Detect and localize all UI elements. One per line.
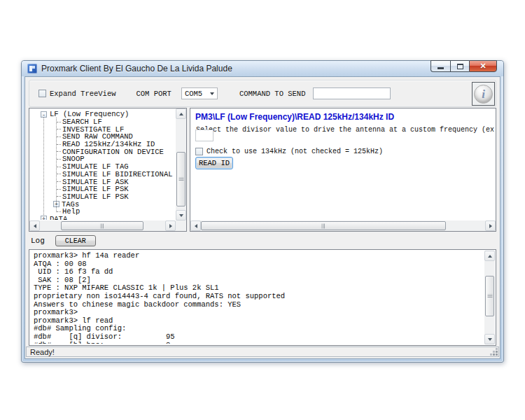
tree-connector	[57, 189, 61, 190]
tree-item-label: DATA	[50, 215, 67, 220]
expand-treeview-label: Expand TreeView	[50, 90, 116, 98]
tree-item[interactable]: CONFIGURATION ON DEVICE	[30, 148, 175, 155]
detail-breadcrumb: PM3\LF (Low Frequency)\READ 125kHz/134kH…	[195, 112, 496, 122]
toolbar: Expand TreeView COM PORT COM5 COMMAND TO…	[29, 80, 496, 107]
status-bar: Ready!	[26, 346, 499, 357]
tree-item[interactable]: +TAGs	[30, 200, 175, 208]
arrow-up-icon	[488, 255, 492, 258]
titlebar[interactable]: Proxmark Client By El Gaucho De La Livid…	[22, 61, 503, 76]
arrow-right-icon	[489, 224, 492, 228]
arrow-up-icon	[179, 113, 183, 115]
clear-button[interactable]: CLEAR	[55, 235, 96, 246]
tree-connector-line	[56, 118, 57, 212]
divisor-input[interactable]	[195, 130, 214, 141]
tree-connector	[57, 174, 61, 174]
expand-treeview-control[interactable]: Expand TreeView	[38, 90, 116, 98]
expand-treeview-checkbox[interactable]	[38, 90, 46, 97]
arrow-left-icon	[195, 224, 197, 228]
log-output: proxmark3> hf 14a reader ATQA : 00 08 UI…	[34, 252, 483, 344]
tree-item[interactable]: -LF (Low Frequency)	[30, 111, 175, 118]
window-controls: ✕	[430, 60, 497, 72]
close-icon: ✕	[479, 61, 486, 71]
status-text: Ready!	[30, 348, 55, 356]
log-bar: Log CLEAR	[31, 235, 96, 246]
expander-minus-icon[interactable]: -	[41, 111, 47, 118]
scroll-left-button[interactable]	[190, 220, 201, 231]
tree-items: -LF (Low Frequency)SEARCH LFINVESTIGATE …	[30, 109, 175, 220]
maximize-icon	[457, 64, 463, 69]
scrollbar-thumb[interactable]	[485, 276, 494, 316]
detail-panel: PM3\LF (Low Frequency)\READ 125kHz/134kH…	[190, 108, 496, 232]
tree-connector	[57, 136, 61, 137]
arrow-left-icon	[34, 224, 36, 228]
resize-grip-icon[interactable]	[496, 354, 498, 356]
maximize-button[interactable]	[450, 60, 469, 72]
use-134khz-control[interactable]: Check to use 134kHz (not checked = 125kH…	[195, 148, 383, 155]
tree-connector	[57, 122, 61, 122]
arrow-down-icon	[179, 214, 183, 217]
tree-connector	[57, 129, 61, 130]
log-panel: proxmark3> hf 14a reader ATQA : 00 08 UI…	[29, 249, 496, 346]
minimize-button[interactable]	[430, 60, 450, 72]
command-input[interactable]	[313, 88, 391, 99]
minimize-icon	[438, 67, 444, 69]
tree-connector	[57, 159, 61, 160]
com-port-select[interactable]: COM5	[181, 88, 218, 99]
scroll-down-button[interactable]	[484, 334, 495, 344]
detail-instruction: Select the divisor value to drive the an…	[196, 126, 496, 134]
com-port-value: COM5	[185, 90, 202, 98]
scrollbar-thumb[interactable]	[61, 221, 144, 230]
tree-connector	[57, 151, 61, 152]
scrollbar-thumb[interactable]	[201, 221, 446, 230]
tree-connector	[57, 211, 61, 212]
tree-connector	[57, 144, 61, 145]
tree-panel: -LF (Low Frequency)SEARCH LFINVESTIGATE …	[29, 108, 187, 232]
app-window: Proxmark Client By El Gaucho De La Livid…	[21, 60, 504, 363]
window-title: Proxmark Client By El Gaucho De La Livid…	[41, 64, 232, 74]
app-icon	[27, 64, 37, 74]
arrow-right-icon	[169, 224, 172, 228]
scroll-up-button[interactable]	[484, 251, 495, 261]
close-button[interactable]: ✕	[469, 60, 497, 72]
read-id-button[interactable]: READ ID	[195, 157, 233, 169]
client-area: Expand TreeView COM PORT COM5 COMMAND TO…	[24, 76, 500, 359]
command-to-send-label: COMMAND TO SEND	[239, 90, 306, 98]
com-port-label: COM PORT	[136, 90, 172, 98]
scroll-left-button[interactable]	[29, 220, 40, 231]
scrollbar-corner	[176, 220, 186, 231]
log-label: Log	[31, 237, 45, 245]
info-button[interactable]: i	[472, 82, 495, 106]
use-134khz-label: Check to use 134kHz (not checked = 125kH…	[206, 148, 383, 155]
log-vertical-scrollbar[interactable]	[484, 251, 495, 344]
info-icon: i	[474, 85, 493, 104]
chevron-down-icon	[210, 92, 214, 97]
scroll-right-button[interactable]	[485, 220, 496, 231]
tree-connector-line	[43, 118, 44, 219]
tree-vertical-scrollbar[interactable]	[176, 108, 186, 220]
tree-item[interactable]: SIMULATE LF PSK	[30, 193, 175, 201]
tree-horizontal-scrollbar[interactable]	[29, 220, 176, 231]
tree-item[interactable]: +DATA	[30, 216, 175, 220]
scroll-up-button[interactable]	[176, 108, 186, 119]
arrow-down-icon	[488, 338, 492, 341]
scroll-down-button[interactable]	[176, 210, 186, 220]
tree-connector	[57, 181, 61, 182]
tree-connector	[57, 167, 61, 167]
tree-connector	[57, 196, 61, 197]
scroll-right-button[interactable]	[165, 220, 176, 231]
scrollbar-thumb[interactable]	[176, 152, 186, 206]
use-134khz-checkbox[interactable]	[195, 148, 203, 155]
detail-horizontal-scrollbar[interactable]	[190, 220, 496, 231]
